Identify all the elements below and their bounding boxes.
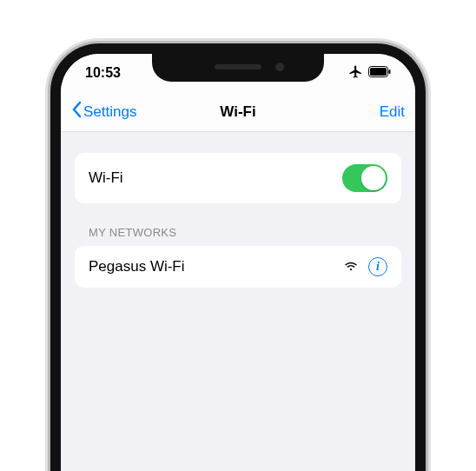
status-right <box>348 64 391 83</box>
network-row[interactable]: Pegasus Wi-Fi i <box>75 246 401 288</box>
content-area: Wi-Fi MY NETWORKS Pegasus Wi-Fi i <box>61 132 415 288</box>
wifi-toggle-label: Wi-Fi <box>89 169 123 187</box>
notch <box>152 52 324 82</box>
phone-frame: 10:53 Settings Wi-Fi Edit W <box>50 43 426 471</box>
nav-edit-button[interactable]: Edit <box>380 103 405 121</box>
wifi-toggle-row[interactable]: Wi-Fi <box>75 153 401 203</box>
chevron-back-icon <box>71 101 82 123</box>
battery-icon <box>368 65 391 81</box>
status-time: 10:53 <box>85 65 121 81</box>
nav-bar: Settings Wi-Fi Edit <box>61 92 415 132</box>
wifi-toggle-switch[interactable] <box>342 164 387 192</box>
svg-rect-1 <box>370 68 387 76</box>
nav-title: Wi-Fi <box>220 103 255 121</box>
front-camera <box>275 63 284 71</box>
speaker-grille <box>215 64 261 70</box>
wifi-signal-icon <box>344 258 358 275</box>
nav-back-button[interactable]: Settings <box>71 101 136 123</box>
airplane-mode-icon <box>348 64 363 83</box>
nav-back-label: Settings <box>83 103 136 121</box>
my-networks-header: MY NETWORKS <box>89 226 401 239</box>
network-info-icon[interactable]: i <box>368 257 387 276</box>
svg-rect-2 <box>389 70 391 74</box>
network-row-right: i <box>344 257 387 276</box>
screen: 10:53 Settings Wi-Fi Edit W <box>61 54 415 471</box>
network-name: Pegasus Wi-Fi <box>89 258 185 275</box>
